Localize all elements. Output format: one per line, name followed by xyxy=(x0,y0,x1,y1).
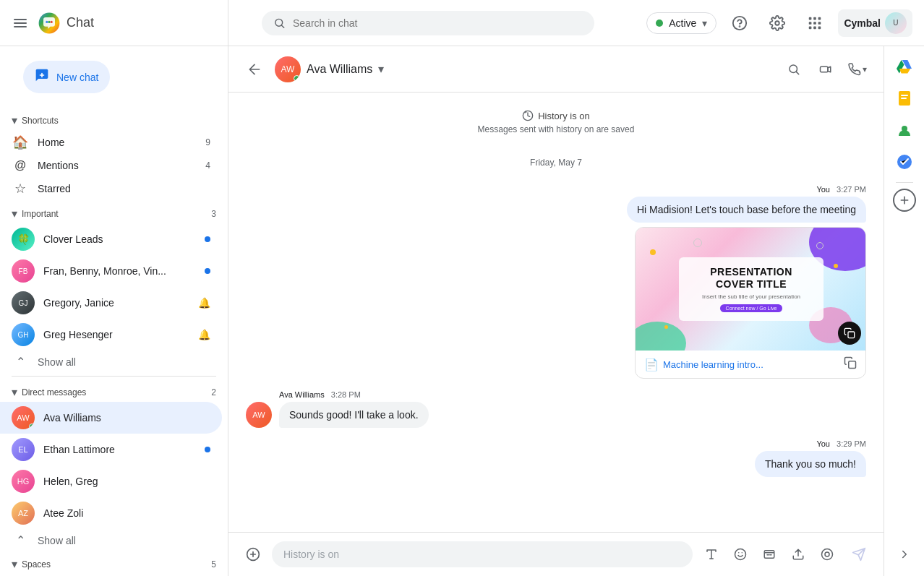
record-button[interactable] xyxy=(814,541,840,567)
message-meta-3: You 3:29 PM xyxy=(816,439,866,448)
chat-panel: AW Ava Williams ▾ xyxy=(228,46,884,576)
app-title: Chat xyxy=(67,15,94,30)
message-content-2: Ava Williams 3:28 PM Sounds good! I'll t… xyxy=(279,390,429,428)
important-header[interactable]: ▾ Important 3 xyxy=(0,201,228,223)
svg-rect-13 xyxy=(814,17,817,20)
sidebar-item-home[interactable]: 🏠 Home 9 xyxy=(0,130,222,155)
phone-call-button[interactable]: ▾ xyxy=(843,55,872,84)
cymbal-label: Cymbal xyxy=(844,17,881,29)
sidebar-item-clover-leads[interactable]: 🍀 Clover Leads xyxy=(0,223,222,255)
chat-input-area: History is on xyxy=(228,532,884,576)
status-text: Active xyxy=(669,17,696,29)
avatar-greg-hesenger: GH xyxy=(12,323,35,346)
svg-point-11 xyxy=(776,21,780,25)
dm-count: 2 xyxy=(211,387,216,397)
add-button[interactable] xyxy=(240,541,266,567)
shortcuts-header[interactable]: ▾ Shortcuts xyxy=(0,108,228,130)
back-button[interactable] xyxy=(240,55,269,84)
help-button[interactable] xyxy=(725,9,754,38)
chat-icon xyxy=(38,12,61,35)
important-count: 3 xyxy=(211,209,216,219)
drive-button[interactable] xyxy=(890,52,919,81)
unread-dot-clover xyxy=(205,236,210,242)
spaces-header[interactable]: ▾ Spaces 5 xyxy=(0,551,228,574)
attachment-card[interactable]: PRESENTATION COVER TITLE Insert the sub … xyxy=(635,227,866,379)
history-sub-text: Messages sent with history on are saved xyxy=(478,124,635,134)
avatar-clover-leads: 🍀 xyxy=(12,228,35,251)
svg-rect-19 xyxy=(814,26,817,29)
show-all-dm[interactable]: ⌃ Show all xyxy=(0,529,228,551)
video-icon xyxy=(819,63,832,76)
avatar-atee: AZ xyxy=(12,502,35,525)
mention-button[interactable] xyxy=(756,541,782,567)
svg-rect-17 xyxy=(818,22,821,25)
send-icon xyxy=(852,547,866,562)
svg-point-10 xyxy=(740,26,740,27)
svg-rect-15 xyxy=(809,22,812,25)
svg-rect-18 xyxy=(809,26,812,29)
sidebar-item-gregory[interactable]: GJ Gregory, Janice 🔔 xyxy=(0,287,222,319)
tasks-button[interactable] xyxy=(890,147,919,176)
avatar-ava: AW xyxy=(12,406,35,429)
right-panel xyxy=(884,46,924,576)
hamburger-menu[interactable] xyxy=(6,9,35,38)
add-panel-button[interactable] xyxy=(893,189,916,212)
apps-button[interactable] xyxy=(800,9,829,38)
new-chat-label: New chat xyxy=(56,72,98,83)
search-bar[interactable] xyxy=(262,11,594,35)
expand-panel-button[interactable] xyxy=(898,548,911,564)
history-on-text: History is on xyxy=(538,111,590,121)
status-indicator[interactable]: Active ▾ xyxy=(646,12,716,34)
svg-point-31 xyxy=(822,549,833,560)
sidebar-item-ethan[interactable]: EL Ethan Lattimore xyxy=(0,434,222,465)
attach-icon xyxy=(792,548,805,561)
presentation-text-box: PRESENTATION COVER TITLE Insert the sub … xyxy=(679,257,824,321)
format-text-button[interactable] xyxy=(698,541,724,567)
contacts-button[interactable] xyxy=(890,116,919,145)
show-all-important[interactable]: ⌃ Show all xyxy=(0,351,228,373)
message-meta-1: You 3:27 PM xyxy=(816,185,866,194)
svg-rect-20 xyxy=(818,26,821,29)
back-icon xyxy=(247,62,262,77)
chat-input-box[interactable]: History is on xyxy=(272,541,693,567)
new-chat-area: New chat xyxy=(0,46,228,108)
attachment-copy-button[interactable] xyxy=(844,356,857,372)
presentation-title: PRESENTATION COVER TITLE xyxy=(690,266,812,291)
contact-name-chevron[interactable]: ▾ xyxy=(378,62,384,76)
attachment-copy-overlay[interactable] xyxy=(838,322,861,345)
video-call-button[interactable] xyxy=(811,55,840,84)
mentions-icon: @ xyxy=(12,159,29,172)
sidebar-item-greg-hesenger[interactable]: GH Greg Hesenger 🔔 xyxy=(0,319,222,351)
keep-button[interactable] xyxy=(890,84,919,113)
direct-messages-header[interactable]: ▾ Direct messages 2 xyxy=(0,379,228,402)
show-all-icon-important: ⌃ xyxy=(12,355,29,369)
send-button[interactable] xyxy=(846,541,872,567)
history-icon xyxy=(522,110,534,121)
new-chat-icon xyxy=(35,68,49,86)
sidebar-item-mentions[interactable]: @ Mentions 4 xyxy=(0,155,222,176)
search-in-chat-button[interactable] xyxy=(779,55,808,84)
settings-button[interactable] xyxy=(763,9,792,38)
svg-rect-22 xyxy=(821,66,829,72)
bell-icon-greg: 🔔 xyxy=(198,329,210,340)
input-placeholder: History is on xyxy=(283,549,339,560)
svg-rect-12 xyxy=(809,17,812,20)
emoji-button[interactable] xyxy=(727,541,753,567)
sidebar-item-atee[interactable]: AZ Atee Zoli xyxy=(0,497,222,529)
sidebar-item-ava-williams[interactable]: AW Ava Williams xyxy=(0,402,222,434)
keep-icon xyxy=(896,90,913,107)
new-chat-button[interactable]: New chat xyxy=(23,61,110,93)
copy-icon xyxy=(844,356,857,369)
svg-rect-0 xyxy=(14,19,27,20)
dm-title: Direct messages xyxy=(22,387,86,397)
attach-button[interactable] xyxy=(785,541,811,567)
sidebar-item-fran-benny[interactable]: FB Fran, Benny, Monroe, Vin... xyxy=(0,255,222,287)
tasks-icon xyxy=(896,153,913,171)
sidebar-item-starred[interactable]: ☆ Starred xyxy=(0,176,222,201)
chat-contact-name[interactable]: Ava Williams xyxy=(307,63,372,76)
cymbal-logo[interactable]: Cymbal U xyxy=(838,9,912,37)
sidebar-item-helen[interactable]: HG Helen, Greg xyxy=(0,465,222,497)
search-input[interactable] xyxy=(293,17,583,29)
dm-collapse-icon: ▾ xyxy=(12,385,17,399)
message-bubble-3: Thank you so much! xyxy=(755,451,866,477)
